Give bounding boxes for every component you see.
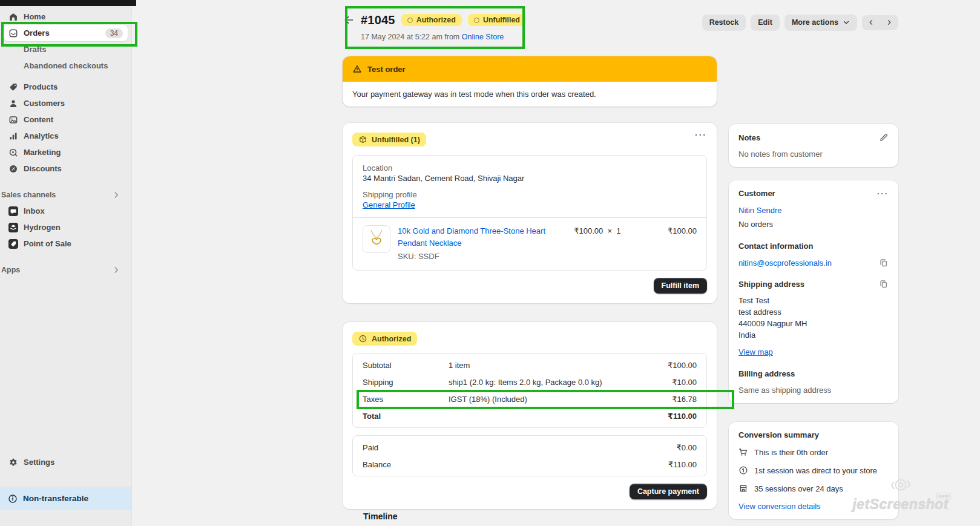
customer-card: Customer ··· Nitin Sendre No orders Cont… (729, 180, 898, 403)
watermark-logo-icon (887, 476, 915, 496)
cart-icon (738, 447, 748, 457)
sidebar-item-discounts[interactable]: Discounts (4, 160, 128, 177)
sidebar: Home Orders 34 Drafts Abandoned checkout… (0, 0, 132, 526)
balance-box: Paid ₹0.00 Balance ₹110.00 (352, 435, 707, 476)
customer-email-link[interactable]: nitins@oscprofessionals.in (738, 258, 832, 268)
sidebar-item-customers[interactable]: Customers (4, 95, 128, 111)
totals-box: Subtotal 1 item ₹100.00 Shipping ship1 (… (352, 353, 707, 428)
sidebar-item-point-of-sale[interactable]: Point of Sale (4, 235, 128, 252)
customer-title: Customer (738, 189, 775, 198)
chevron-right-icon (886, 19, 893, 26)
shipping-address-block: Test Test test address 440009 Nagpur MH … (738, 295, 889, 341)
product-sku: SKU: SSDF (398, 251, 567, 263)
sidebar-item-marketing[interactable]: Marketing (4, 144, 128, 160)
sidebar-item-home[interactable]: Home (4, 8, 128, 25)
sidebar-item-drafts[interactable]: Drafts (4, 41, 128, 58)
customer-menu-button[interactable]: ··· (877, 189, 889, 198)
page-title: #1045 (361, 13, 395, 27)
subtotal-row: Subtotal 1 item ₹100.00 (353, 357, 706, 373)
chevron-down-icon (843, 19, 850, 26)
unfulfilled-badge: Unfulfilled (1) (352, 133, 426, 146)
balance-row: Balance ₹110.00 (353, 456, 706, 473)
orders-icon (8, 28, 18, 38)
conversion-item: 1st session was direct to your store (738, 465, 889, 476)
home-icon (8, 12, 18, 22)
product-thumbnail[interactable] (363, 225, 390, 253)
price-quantity: ₹100.00 × 1 (574, 225, 620, 235)
analytics-icon (8, 131, 18, 141)
store-status-banner[interactable]: Non-transferable (0, 487, 131, 510)
sidebar-item-label: Home (24, 12, 45, 21)
sidebar-item-settings[interactable]: Settings (4, 454, 128, 470)
pos-channel-icon (8, 239, 18, 249)
authorized-badge: Authorized (352, 332, 417, 346)
sidebar-item-analytics[interactable]: Analytics (4, 128, 128, 144)
line-total: ₹100.00 (646, 225, 697, 235)
discounts-icon (8, 164, 18, 174)
package-icon (358, 135, 367, 144)
shipping-row: Shipping ship1 (2.0 kg: Items 2.0 kg, Pa… (353, 373, 706, 390)
topbar-strip (0, 0, 136, 6)
payment-status-badge: Authorized (401, 14, 462, 26)
fulfillment-card: Unfulfilled (1) ··· Location 34 Mantri S… (343, 123, 717, 303)
customer-name-link[interactable]: Nitin Sendre (738, 206, 782, 215)
location-value: 34 Mantri Sadan, Cement Road, Shivaji Na… (363, 174, 697, 183)
restock-button[interactable]: Restock (702, 15, 746, 30)
copy-icon[interactable] (879, 279, 889, 289)
notes-title: Notes (738, 133, 760, 142)
view-conversion-details-link[interactable]: View conversion details (738, 502, 821, 511)
chevron-right-icon (112, 266, 120, 274)
sidebar-item-products[interactable]: Products (4, 79, 128, 95)
copy-icon[interactable] (879, 258, 889, 268)
fulfillment-status-badge: Unfulfilled (468, 14, 526, 26)
previous-order-button[interactable] (862, 15, 880, 30)
view-map-link[interactable]: View map (738, 347, 773, 357)
location-label: Location (363, 163, 697, 173)
sidebar-item-hydrogen[interactable]: Hydrogen (4, 219, 128, 235)
first-session-icon (738, 465, 748, 475)
fulfillment-menu-button[interactable]: ··· (695, 130, 707, 140)
sidebar-item-orders[interactable]: Orders 34 (4, 25, 128, 41)
inbox-channel-icon (8, 206, 18, 216)
shopify-order-page: Home Orders 34 Drafts Abandoned checkout… (0, 0, 980, 526)
online-store-link[interactable]: Online Store (462, 33, 504, 41)
sidebar-item-inbox[interactable]: Inbox (4, 203, 128, 219)
product-link[interactable]: 10k Gold and Diamond Three-Stone Heart P… (398, 226, 545, 248)
timeline-heading: Timeline (363, 511, 398, 521)
sidebar-item-label: Orders (24, 28, 50, 38)
paid-row: Paid ₹0.00 (353, 439, 706, 456)
notes-empty-text: No notes from customer (738, 150, 889, 159)
marketing-icon (8, 148, 18, 157)
order-header: #1045 Authorized Unfulfilled 17 May 2024… (343, 11, 526, 41)
customer-orders-text: No orders (738, 220, 889, 229)
back-arrow-icon[interactable] (343, 14, 355, 26)
fulfill-item-button[interactable]: Fulfill item (654, 278, 708, 294)
orders-count-badge: 34 (105, 28, 123, 38)
total-row: Total ₹110.00 (353, 407, 706, 424)
edit-button[interactable]: Edit (751, 15, 780, 30)
billing-address-text: Same as shipping address (738, 386, 889, 395)
pencil-icon[interactable] (879, 133, 889, 142)
more-actions-button[interactable]: More actions (784, 15, 857, 30)
info-icon (8, 494, 18, 504)
clock-icon (358, 334, 367, 343)
banner-title: Test order (367, 65, 406, 74)
sidebar-item-abandoned-checkouts[interactable]: Abandoned checkouts (4, 58, 128, 74)
content-icon (8, 115, 18, 125)
chevron-right-icon (112, 191, 120, 199)
conversion-item: This is their 0th order (738, 447, 889, 458)
chevron-left-icon (867, 19, 875, 26)
sidebar-item-content[interactable]: Content (4, 111, 128, 128)
watermark: jetScreenshot com (852, 476, 949, 513)
sales-channels-header[interactable]: Sales channels (0, 186, 131, 203)
next-order-button[interactable] (880, 15, 898, 30)
capture-payment-button[interactable]: Capture payment (630, 484, 707, 499)
shipping-profile-link[interactable]: General Profile (363, 200, 415, 209)
products-icon (8, 82, 18, 92)
banner-body: Your payment gateway was in test mode wh… (343, 82, 717, 107)
order-date: 17 May 2024 at 5:22 am from Online Store (361, 33, 526, 41)
order-pager (862, 15, 898, 30)
contact-information-title: Contact information (738, 242, 889, 251)
apps-header[interactable]: Apps (0, 261, 131, 278)
watermark-text: jetScreenshot com (852, 496, 949, 513)
